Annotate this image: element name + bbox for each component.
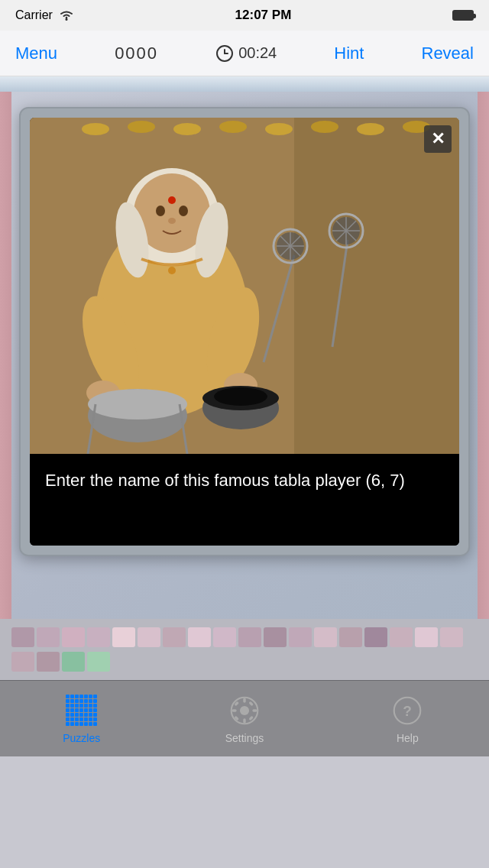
svg-point-30 bbox=[88, 389, 187, 419]
timer-value: 00:24 bbox=[238, 44, 277, 62]
caption-area: Enter the name of this famous tabla play… bbox=[30, 454, 459, 546]
nav-bar: Menu 0000 00:24 Hint Reveal bbox=[0, 31, 489, 76]
status-right bbox=[452, 10, 474, 21]
grid-cell bbox=[138, 627, 160, 647]
grid-cell bbox=[238, 627, 261, 647]
image-container: ✕ Enter the name of this famous tabla pl… bbox=[30, 118, 459, 546]
grid-cell bbox=[188, 627, 211, 647]
svg-rect-57 bbox=[248, 701, 254, 706]
svg-text:?: ? bbox=[403, 702, 413, 718]
svg-rect-52 bbox=[243, 698, 245, 702]
puzzles-tab-icon bbox=[65, 694, 99, 727]
tab-settings[interactable]: Settings bbox=[183, 694, 306, 744]
grid-cell bbox=[390, 627, 413, 647]
help-icon: ? bbox=[393, 696, 422, 725]
svg-point-35 bbox=[214, 387, 267, 406]
grid-cell bbox=[364, 627, 387, 647]
grid-cell bbox=[213, 627, 236, 647]
grid-cell bbox=[37, 627, 60, 647]
hint-button[interactable]: Hint bbox=[334, 44, 364, 63]
status-time: 12:07 PM bbox=[235, 8, 292, 23]
grid-cell bbox=[289, 627, 312, 647]
side-decoration-left bbox=[0, 92, 11, 680]
svg-point-21 bbox=[179, 206, 188, 216]
svg-rect-5 bbox=[294, 118, 459, 454]
grid-cell bbox=[62, 627, 85, 647]
svg-point-0 bbox=[65, 18, 67, 21]
question-card: ✕ Enter the name of this famous tabla pl… bbox=[19, 107, 470, 556]
tab-help[interactable]: ? Help bbox=[346, 694, 468, 744]
wifi-icon bbox=[59, 9, 74, 21]
side-decoration-right bbox=[478, 92, 489, 680]
clock-icon bbox=[215, 44, 234, 63]
grid-cell bbox=[339, 627, 362, 647]
menu-button[interactable]: Menu bbox=[15, 44, 57, 63]
svg-point-12 bbox=[357, 123, 384, 135]
tab-puzzles[interactable]: Puzzles bbox=[21, 694, 143, 744]
svg-point-6 bbox=[82, 123, 109, 135]
gear-icon bbox=[230, 696, 259, 725]
question-image: ✕ bbox=[30, 118, 459, 454]
close-button[interactable]: ✕ bbox=[424, 125, 452, 153]
grid-cell bbox=[11, 627, 34, 647]
grid-cell bbox=[112, 627, 135, 647]
svg-rect-53 bbox=[243, 718, 245, 723]
reveal-button[interactable]: Reveal bbox=[422, 44, 474, 63]
status-bar: Carrier 12:07 PM bbox=[0, 0, 489, 31]
grid-cell bbox=[11, 652, 34, 672]
grid-cell bbox=[264, 627, 287, 647]
settings-tab-icon bbox=[228, 694, 261, 727]
grid-icon bbox=[66, 695, 97, 726]
svg-point-8 bbox=[173, 123, 201, 135]
score-display: 0000 bbox=[115, 44, 158, 63]
help-tab-label: Help bbox=[397, 732, 419, 744]
battery-icon bbox=[452, 10, 474, 21]
tabla-player-image bbox=[30, 118, 459, 454]
grid-cell bbox=[87, 652, 110, 672]
svg-point-20 bbox=[156, 206, 165, 216]
help-tab-icon: ? bbox=[390, 694, 424, 727]
tab-bar: Puzzles Settings ? bbox=[0, 680, 489, 756]
grid-cell bbox=[163, 627, 186, 647]
svg-point-22 bbox=[168, 196, 176, 204]
svg-point-51 bbox=[240, 705, 249, 714]
svg-rect-55 bbox=[252, 709, 257, 711]
timer-display: 00:24 bbox=[215, 44, 277, 63]
grid-cell bbox=[37, 652, 60, 672]
grid-cell bbox=[314, 627, 337, 647]
status-left: Carrier bbox=[15, 8, 74, 22]
gradient-separator bbox=[0, 76, 489, 92]
puzzles-tab-label: Puzzles bbox=[63, 732, 100, 744]
grid-cell bbox=[62, 652, 85, 672]
svg-point-9 bbox=[219, 121, 247, 133]
svg-point-24 bbox=[168, 267, 176, 274]
grid-cell bbox=[440, 627, 463, 647]
grid-cell bbox=[87, 627, 110, 647]
main-content: ✕ Enter the name of this famous tabla pl… bbox=[0, 92, 489, 680]
svg-point-10 bbox=[265, 123, 293, 135]
carrier-label: Carrier bbox=[15, 8, 53, 22]
settings-tab-label: Settings bbox=[225, 732, 264, 744]
grid-cell bbox=[415, 627, 438, 647]
svg-point-7 bbox=[128, 121, 155, 133]
svg-rect-54 bbox=[232, 709, 237, 711]
svg-point-23 bbox=[168, 218, 176, 224]
caption-text: Enter the name of this famous tabla play… bbox=[45, 469, 444, 493]
puzzle-grid bbox=[0, 619, 489, 680]
svg-point-11 bbox=[311, 121, 338, 133]
